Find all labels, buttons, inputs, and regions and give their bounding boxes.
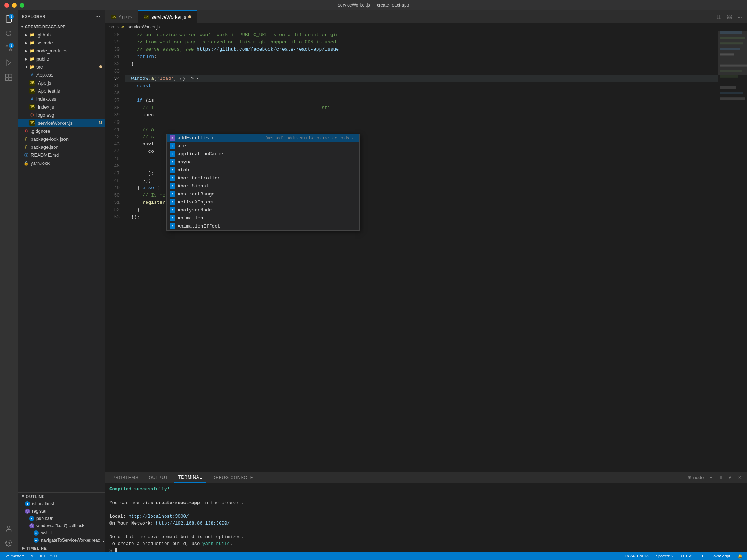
timeline-header[interactable]: ▶ TIMELINE xyxy=(18,544,105,552)
code-content[interactable]: // our service worker won't work if PUBL… xyxy=(123,31,718,472)
sidebar-item-index-js[interactable]: JS index.js xyxy=(18,103,105,111)
search-activity-icon[interactable] xyxy=(3,28,15,39)
autocomplete-item-alert[interactable]: P alert xyxy=(167,142,359,150)
layout-button[interactable] xyxy=(725,12,734,21)
outline-item-navigate[interactable]: ● navigateToServiceWorker.read... xyxy=(18,537,105,544)
svg-point-3 xyxy=(6,46,8,47)
autocomplete-item-AbortSignal[interactable]: P AbortSignal xyxy=(167,182,359,190)
tab-app-js[interactable]: JS App.js xyxy=(105,10,138,23)
autocomplete-item-applicationCache[interactable]: P applicationCache xyxy=(167,150,359,158)
split-terminal-button[interactable] xyxy=(716,475,725,481)
more-actions-button[interactable]: ··· xyxy=(735,12,744,21)
outline-item-window-callback[interactable]: ⬡ window.a('load') callback xyxy=(18,522,105,529)
sidebar-item-public[interactable]: ▶ 📁 public xyxy=(18,55,105,63)
autocomplete-item-AbstractRange[interactable]: P AbstractRange xyxy=(167,190,359,198)
sidebar-item-github[interactable]: ▶ 📁 .github xyxy=(18,31,105,39)
autocomplete-item-AnimationEffect[interactable]: P AnimationEffect xyxy=(167,222,359,230)
line-num-48: 48 xyxy=(111,177,120,184)
svg-point-2 xyxy=(10,49,12,51)
sidebar-item-yarn-lock[interactable]: 🔒 yarn.lock xyxy=(18,159,105,167)
autocomplete-item-atob[interactable]: P atob xyxy=(167,166,359,174)
sidebar-root[interactable]: ▾ CREATE-REACT-APP xyxy=(18,23,105,31)
close-panel-button[interactable]: ✕ xyxy=(736,474,744,481)
outline-item-publicUrl[interactable]: ● publicUrl xyxy=(18,515,105,522)
status-language[interactable]: JavaScript xyxy=(710,552,732,560)
sidebar-item-package-json[interactable]: {} package.json xyxy=(18,143,105,151)
line-num-44: 44 xyxy=(111,148,120,155)
outline-item-isLocalhost[interactable]: ● isLocalhost xyxy=(18,500,105,508)
minimize-button[interactable] xyxy=(12,3,17,8)
close-button[interactable] xyxy=(4,3,9,8)
sidebar-item-app-css[interactable]: # App.css xyxy=(18,71,105,79)
panel-tab-output[interactable]: OUTPUT xyxy=(144,472,173,483)
status-encoding[interactable]: UTF-8 xyxy=(680,552,694,560)
sidebar-item-index-css[interactable]: # index.css xyxy=(18,95,105,103)
status-branch[interactable]: ⎇ master* xyxy=(3,552,26,560)
sidebar-item-gitignore[interactable]: ⚙ .gitignore xyxy=(18,127,105,135)
line-numbers: 28 29 30 31 32 33 34 35 36 37 38 39 40 4… xyxy=(105,31,123,472)
accounts-activity-icon[interactable] xyxy=(3,523,15,534)
autocomplete-item-Animation[interactable]: P Animation xyxy=(167,214,359,222)
sidebar-item-vscode[interactable]: ▶ 📁 .vscode xyxy=(18,39,105,47)
code-line-41: // A xyxy=(125,126,718,133)
line-num-30: 30 xyxy=(111,46,120,53)
maximize-button[interactable] xyxy=(20,3,24,8)
autocomplete-item-ActiveXObject[interactable]: P ActiveXObject xyxy=(167,198,359,206)
autocomplete-item-async[interactable]: P async xyxy=(167,158,359,166)
panel-tab-problems[interactable]: PROBLEMS xyxy=(108,472,143,483)
sidebar-item-readme[interactable]: ⓘ README.md xyxy=(18,151,105,159)
sidebar-item-package-lock[interactable]: {} package-lock.json xyxy=(18,135,105,143)
panel-tab-debug[interactable]: DEBUG CONSOLE xyxy=(208,472,258,483)
language-text: JavaScript xyxy=(712,554,730,558)
sidebar-item-service-worker[interactable]: JS serviceWorker.js M xyxy=(18,119,105,127)
sidebar-item-src[interactable]: ▾ 📂 src xyxy=(18,63,105,71)
terminal-line-local: Local: http://localhost:3000/ xyxy=(109,513,743,520)
outline-isLocalhost-label: isLocalhost xyxy=(32,501,54,506)
outline-item-register[interactable]: ⬡ register xyxy=(18,508,105,515)
breadcrumb-src[interactable]: src xyxy=(109,24,115,30)
outline-item-swUrl[interactable]: ● swUrl xyxy=(18,529,105,537)
sidebar-more-button[interactable]: ··· xyxy=(95,13,101,20)
status-line-col[interactable]: Ln 34, Col 13 xyxy=(623,552,650,560)
autocomplete-item-AnalyserNode[interactable]: P AnalyserNode xyxy=(167,206,359,214)
add-terminal-button[interactable]: + xyxy=(707,474,715,481)
collapse-panel-button[interactable]: ∧ xyxy=(726,474,734,481)
sidebar-item-app-js[interactable]: JS App.js xyxy=(18,79,105,87)
tab-service-worker[interactable]: JS serviceWorker.js xyxy=(138,10,197,23)
status-spaces[interactable]: Spaces: 2 xyxy=(654,552,675,560)
explorer-activity-icon[interactable]: 1 xyxy=(3,13,15,25)
extensions-activity-icon[interactable] xyxy=(3,71,15,83)
new-terminal-button[interactable]: ⊞ node xyxy=(685,474,706,481)
split-editor-button[interactable] xyxy=(715,12,724,21)
readme-icon: ⓘ xyxy=(23,152,29,158)
settings-activity-icon[interactable] xyxy=(3,537,15,549)
index-js-icon: JS xyxy=(29,104,35,110)
source-control-activity-icon[interactable]: 1 xyxy=(3,42,15,54)
breadcrumb-sep-1: › xyxy=(117,24,119,30)
panel-tab-terminal[interactable]: TERMINAL xyxy=(174,472,206,483)
status-sync[interactable]: ↻ xyxy=(29,552,35,560)
status-notifications-bell[interactable]: 🔔 xyxy=(736,552,744,560)
svg-rect-22 xyxy=(720,53,734,55)
line-num-46: 46 xyxy=(111,163,120,170)
terminal-output[interactable]: Compiled successfully! You can now view … xyxy=(105,483,747,552)
minimap[interactable] xyxy=(718,31,747,472)
sidebar-item-node-modules[interactable]: ▶ 📁 node_modules xyxy=(18,47,105,55)
terminal-line-blank1 xyxy=(109,493,743,500)
terminal-line-blank3 xyxy=(109,527,743,534)
code-line-29: // from what our page is served on. This… xyxy=(125,39,718,46)
autocomplete-item-AbortController[interactable]: P AbortController xyxy=(167,174,359,182)
src-label: src xyxy=(36,64,43,70)
status-line-ending[interactable]: LF xyxy=(698,552,706,560)
breadcrumb-file[interactable]: serviceWorker.js xyxy=(128,24,160,30)
autocomplete-item-addEventListener[interactable]: M addEventListe… (method) addEventListen… xyxy=(167,134,359,142)
autocomplete-property-icon-3: P xyxy=(170,159,175,165)
terminal-line-build: To create a production build, use yarn b… xyxy=(109,541,743,548)
status-errors[interactable]: ✕ 0 ⚠ 0 xyxy=(38,552,58,560)
outline-header[interactable]: ▾ OUTLINE xyxy=(18,493,105,500)
run-activity-icon[interactable] xyxy=(3,57,15,69)
sidebar-item-app-test[interactable]: JS App.test.js xyxy=(18,87,105,95)
line-col-text: Ln 34, Col 13 xyxy=(624,554,648,558)
package-lock-label: package-lock.json xyxy=(31,136,69,142)
sidebar-item-logo-svg[interactable]: ⬡ logo.svg xyxy=(18,111,105,119)
